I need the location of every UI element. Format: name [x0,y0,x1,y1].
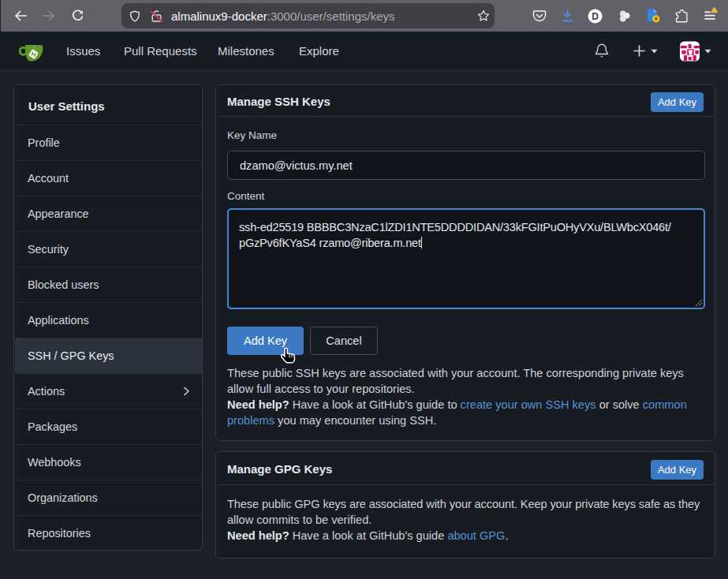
svg-text:D: D [592,11,599,22]
